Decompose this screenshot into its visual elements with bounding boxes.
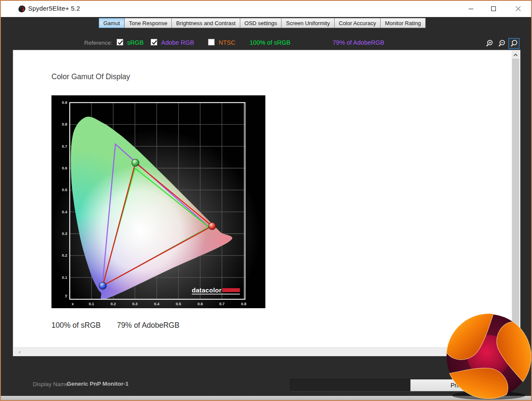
zoom-in-icon [485,39,494,48]
svg-text:0.2: 0.2 [62,253,67,258]
adobe-coverage-text: 79% of AdobeRGB [333,39,384,46]
ntsc-checkbox-label: NTSC [219,39,235,46]
check-icon [117,39,124,46]
close-icon [516,6,521,11]
display-name-value: Generic PnP Monitor-1 [67,381,128,387]
minimize-button[interactable] [461,1,481,17]
tab-gamut[interactable]: Gamut [99,18,125,28]
svg-text:0.5: 0.5 [176,302,181,306]
svg-text:0.3: 0.3 [132,302,138,306]
close-button[interactable] [509,1,528,17]
svg-text:y: y [65,293,67,298]
maximize-button[interactable] [484,1,504,17]
zoom-out-icon [498,39,506,48]
zoom-out-button[interactable] [496,38,507,49]
svg-text:0.8: 0.8 [62,122,67,126]
srgb-checkbox-label: sRGB [127,39,144,46]
title-bar: Spyder5Elite+ 5.2 [1,1,531,17]
tab-osd-settings[interactable]: OSD settings [240,18,282,28]
gamut-chart: 0.10.20.30.40.50.60.70.80.10.20.30.40.50… [51,95,265,308]
display-name-label: Display Name: [33,381,70,387]
adobe-rgb-checkbox[interactable] [151,39,157,46]
svg-text:0.1: 0.1 [62,275,67,280]
svg-text:0.9: 0.9 [62,100,67,105]
content-panel: Color Gamut Of Display [13,50,521,356]
zoom-reset-icon [510,39,518,48]
tab-screen-uniformity[interactable]: Screen Uniformity [282,18,334,28]
srgb-checkbox[interactable] [117,39,123,46]
window-title: Spyder5Elite+ 5.2 [28,5,80,12]
srgb-coverage-text: 100% of sRGB [250,39,290,46]
svg-text:0.3: 0.3 [62,232,67,236]
svg-text:0.2: 0.2 [111,302,116,306]
svg-text:x: x [71,302,74,306]
ntsc-checkbox[interactable] [208,39,215,46]
tab-monitor-rating[interactable]: Monitor Rating [381,18,426,28]
svg-text:datacolor: datacolor [192,286,222,294]
svg-text:0.5: 0.5 [62,188,67,192]
scrollbar-thumb[interactable] [512,59,519,333]
tab-color-accuracy[interactable]: Color Accuracy [335,18,381,28]
zoom-reset-button[interactable] [508,38,520,49]
tab-brightness-contrast[interactable]: Brightness and Contrast [172,18,240,28]
vertical-scrollbar[interactable] [512,51,520,347]
adobe-rgb-checkbox-label: Adobe RGB [161,39,194,46]
zoom-in-button[interactable] [484,38,495,49]
svg-text:0.8: 0.8 [241,302,247,306]
svg-text:0.7: 0.7 [219,302,225,306]
tab-bar: Gamut Tone Response Brightness and Contr… [99,18,426,28]
svg-text:0.4: 0.4 [62,210,67,214]
scroll-up-button[interactable] [512,51,520,59]
scroll-left-icon[interactable]: ‹ [19,349,20,355]
svg-text:0.1: 0.1 [89,302,94,306]
spyder-app-icon [18,5,26,13]
adobe-readout: 79% of AdobeRGB [117,321,179,330]
maximize-icon [491,6,496,11]
chevron-up-icon [514,54,518,56]
svg-text:0.7: 0.7 [62,144,67,149]
tab-tone-response[interactable]: Tone Response [125,18,172,28]
svg-text:0.6: 0.6 [197,302,203,306]
svg-text:0.4: 0.4 [154,302,159,306]
svg-text:0.6: 0.6 [62,166,67,170]
reference-label: Reference: [80,40,112,46]
swirl-logo [445,313,532,401]
horizontal-scrollbar[interactable]: ‹ [14,347,512,355]
minimize-icon [469,6,474,11]
srgb-readout: 100% of sRGB [51,321,101,330]
page-title: Color Gamut Of Display [51,72,130,81]
app-window: Spyder5Elite+ 5.2 Gamut Tone Response Br… [0,0,532,401]
check-icon [151,39,158,46]
